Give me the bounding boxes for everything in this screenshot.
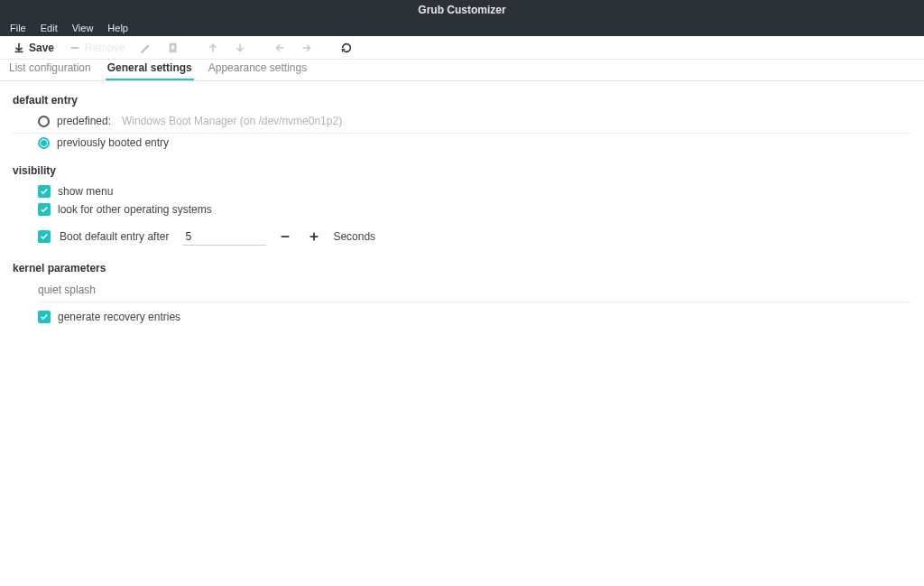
arrow-down-icon xyxy=(234,42,246,54)
kernel-title: kernel parameters xyxy=(13,262,911,274)
content: default entry predefined: Windows Boot M… xyxy=(0,81,924,351)
forward-button xyxy=(293,39,320,57)
timeout-increase-button[interactable] xyxy=(304,227,324,246)
checkbox-recovery[interactable] xyxy=(38,311,51,323)
checkbox-show-menu[interactable] xyxy=(38,185,51,198)
remove-label: Remove xyxy=(85,42,125,54)
menubar: File Edit View Help xyxy=(0,20,924,36)
new-file-icon xyxy=(167,42,180,54)
move-down-button xyxy=(226,39,254,57)
seconds-label: Seconds xyxy=(333,230,375,243)
tabs: List configuration General settings Appe… xyxy=(0,60,924,81)
reload-button[interactable] xyxy=(333,39,360,57)
show-menu-label: show menu xyxy=(58,185,113,198)
predefined-row: predefined: Windows Boot Manager (on /de… xyxy=(13,112,911,134)
visibility-title: visibility xyxy=(13,164,911,177)
menu-file[interactable]: File xyxy=(4,22,32,34)
minus-icon xyxy=(69,42,81,54)
timeout-decrease-button[interactable] xyxy=(275,227,295,246)
boot-default-label: Boot default entry after xyxy=(60,230,169,243)
tab-list-configuration[interactable]: List configuration xyxy=(7,58,93,80)
kernel-params-input[interactable]: quiet splash xyxy=(38,280,911,302)
arrow-right-icon xyxy=(300,42,313,54)
arrow-up-icon xyxy=(207,42,219,54)
pencil-icon xyxy=(140,42,152,54)
os-prober-label: look for other operating systems xyxy=(58,203,212,216)
timeout-input[interactable] xyxy=(183,228,266,246)
tab-general-settings[interactable]: General settings xyxy=(106,58,194,80)
svg-rect-1 xyxy=(171,45,174,49)
move-up-button xyxy=(199,39,226,57)
os-prober-row: look for other operating systems xyxy=(13,200,911,219)
back-button xyxy=(266,39,293,57)
predefined-dropdown[interactable]: Windows Boot Manager (on /dev/nvme0n1p2) xyxy=(122,115,911,127)
window-title: Grub Customizer xyxy=(418,4,505,16)
previous-row: previously booted entry xyxy=(13,134,911,152)
save-button[interactable]: Save xyxy=(5,39,61,57)
save-label: Save xyxy=(29,42,54,54)
menu-edit[interactable]: Edit xyxy=(34,22,64,34)
remove-button: Remove xyxy=(61,39,133,57)
toolbar: Save Remove xyxy=(0,36,924,60)
section-default-entry: default entry predefined: Windows Boot M… xyxy=(13,94,911,152)
previously-booted-label: previously booted entry xyxy=(57,136,169,149)
radio-predefined[interactable] xyxy=(38,116,50,127)
recovery-label: generate recovery entries xyxy=(58,311,180,323)
menu-help[interactable]: Help xyxy=(101,22,134,34)
show-menu-row: show menu xyxy=(13,182,911,200)
checkbox-os-prober[interactable] xyxy=(38,203,51,216)
arrow-left-icon xyxy=(273,42,286,54)
tab-appearance-settings[interactable]: Appearance settings xyxy=(207,58,309,80)
section-visibility: visibility show menu look for other oper… xyxy=(13,164,911,249)
edit-button xyxy=(133,39,160,57)
boot-default-row: Boot default entry after Seconds xyxy=(13,224,911,249)
section-kernel-parameters: kernel parameters quiet splash generate … xyxy=(13,262,911,326)
reload-icon xyxy=(340,42,353,54)
titlebar: Grub Customizer xyxy=(0,0,924,20)
radio-previously-booted[interactable] xyxy=(38,137,50,149)
default-entry-title: default entry xyxy=(13,94,911,107)
checkbox-boot-default[interactable] xyxy=(38,230,51,243)
new-button xyxy=(160,39,187,57)
recovery-row: generate recovery entries xyxy=(13,308,911,326)
menu-view[interactable]: View xyxy=(66,22,100,34)
predefined-label: predefined: xyxy=(57,115,115,127)
save-icon xyxy=(13,42,25,54)
